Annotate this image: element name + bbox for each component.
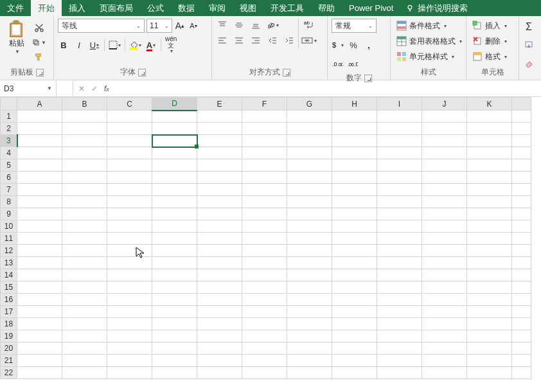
cell-E20[interactable] [197,343,242,355]
cell-J2[interactable] [422,123,467,135]
col-header-H[interactable]: H [332,98,377,111]
cell-B18[interactable] [62,318,107,330]
tab-公式[interactable]: 公式 [140,0,171,16]
cell-J21[interactable] [422,355,467,367]
cell-H19[interactable] [332,330,377,343]
cell-J17[interactable] [422,306,467,318]
font-color-button[interactable]: A▾ [145,38,157,52]
cell-C18[interactable] [107,318,152,330]
cell-D1[interactable] [152,111,197,123]
comma-button[interactable]: , [363,38,375,52]
tab-页面布局[interactable]: 页面布局 [93,0,140,16]
cell-C9[interactable] [107,208,152,220]
cell-B3[interactable] [62,135,107,147]
cell-E13[interactable] [197,257,242,269]
cell-H13[interactable] [332,257,377,269]
cell-I16[interactable] [377,294,422,306]
cell-C6[interactable] [107,172,152,184]
cell-J5[interactable] [422,159,467,172]
cell-F10[interactable] [242,220,287,233]
cell-K4[interactable] [467,147,512,159]
cell-A18[interactable] [17,318,62,330]
cell-E14[interactable] [197,269,242,281]
cell-H9[interactable] [332,208,377,220]
cell-D2[interactable] [152,123,197,135]
cell-D21[interactable] [152,355,197,367]
cell-B11[interactable] [62,233,107,245]
row-header-19[interactable]: 19 [1,330,17,343]
decrease-decimal-button[interactable]: .00.0 [347,57,359,71]
cell-partial-8[interactable] [512,196,531,208]
cell-D13[interactable] [152,257,197,269]
cell-H16[interactable] [332,294,377,306]
cell-B6[interactable] [62,172,107,184]
cell-A7[interactable] [17,184,62,196]
cell-G9[interactable] [287,208,332,220]
row-header-16[interactable]: 16 [1,294,17,306]
clear-button[interactable] [523,56,535,70]
cell-E15[interactable] [197,281,242,294]
cell-K21[interactable] [467,355,512,367]
dialog-launcher-icon[interactable] [364,75,372,82]
cell-B2[interactable] [62,123,107,135]
cell-J20[interactable] [422,343,467,355]
cell-H3[interactable] [332,135,377,147]
format-cells-button[interactable]: 格式▾ [470,49,509,64]
cell-B1[interactable] [62,111,107,123]
cell-F16[interactable] [242,294,287,306]
formula-input[interactable] [114,80,541,96]
cell-C3[interactable] [107,135,152,147]
cell-H21[interactable] [332,355,377,367]
cell-A2[interactable] [17,123,62,135]
worksheet-grid[interactable]: ABCDEFGHIJK12345678910111213141516171819… [0,97,541,392]
cell-B20[interactable] [62,343,107,355]
italic-button[interactable]: I [73,38,85,52]
cell-partial-20[interactable] [512,343,531,355]
conditional-format-button[interactable]: 条件格式▾ [395,19,464,33]
cell-C1[interactable] [107,111,152,123]
cell-H20[interactable] [332,343,377,355]
cell-partial-14[interactable] [512,269,531,281]
row-header-8[interactable]: 8 [1,196,17,208]
enter-formula-button[interactable]: ✓ [91,84,98,93]
col-header-partial[interactable] [512,98,531,111]
cell-G3[interactable] [287,135,332,147]
cell-E12[interactable] [197,245,242,257]
dialog-launcher-icon[interactable] [138,69,146,76]
cell-partial-7[interactable] [512,184,531,196]
cell-B12[interactable] [62,245,107,257]
align-top-button[interactable] [216,19,229,31]
cell-E6[interactable] [197,172,242,184]
cell-E5[interactable] [197,159,242,172]
number-format-combo[interactable]: 常规⌄ [332,19,377,33]
align-left-button[interactable] [216,34,229,47]
row-header-10[interactable]: 10 [1,220,17,233]
cell-E22[interactable] [197,367,242,379]
align-bottom-button[interactable] [249,19,262,31]
dialog-launcher-icon[interactable] [283,69,290,76]
cell-A21[interactable] [17,355,62,367]
cell-I6[interactable] [377,172,422,184]
cell-C7[interactable] [107,184,152,196]
cell-G5[interactable] [287,159,332,172]
cell-D6[interactable] [152,172,197,184]
cell-B8[interactable] [62,196,107,208]
cell-K22[interactable] [467,367,512,379]
cell-F1[interactable] [242,111,287,123]
cell-F9[interactable] [242,208,287,220]
cell-K6[interactable] [467,172,512,184]
cell-F3[interactable] [242,135,287,147]
col-header-F[interactable]: F [242,98,287,111]
cell-G11[interactable] [287,233,332,245]
cell-partial-6[interactable] [512,172,531,184]
cell-I4[interactable] [377,147,422,159]
cell-A17[interactable] [17,306,62,318]
tab-视图[interactable]: 视图 [233,0,263,16]
cancel-formula-button[interactable]: ✕ [78,84,85,93]
cell-B4[interactable] [62,147,107,159]
cell-K7[interactable] [467,184,512,196]
cell-F17[interactable] [242,306,287,318]
cell-I12[interactable] [377,245,422,257]
cell-H5[interactable] [332,159,377,172]
row-header-17[interactable]: 17 [1,306,17,318]
